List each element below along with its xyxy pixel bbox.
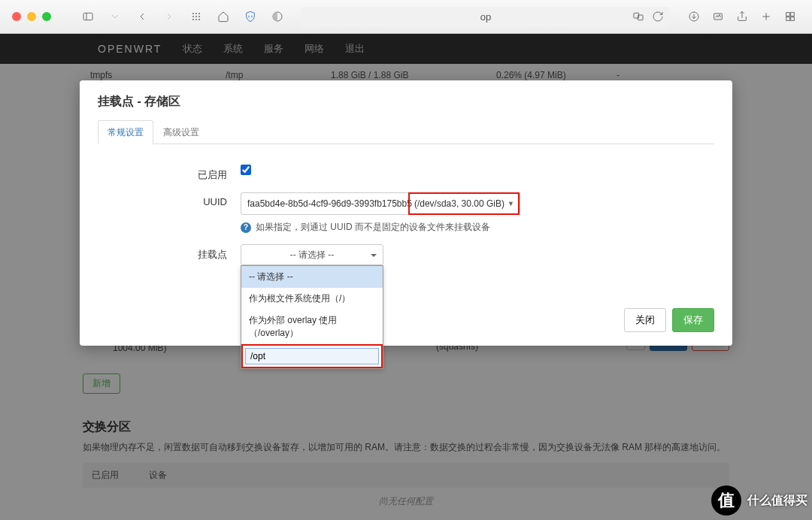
mount-point-select[interactable]: -- 请选择 -- [241,244,383,265]
back-button[interactable] [132,8,152,26]
svg-rect-22 [786,13,790,17]
svg-point-5 [192,16,193,17]
dropdown-option-root[interactable]: 作为根文件系统使用（/） [241,288,383,310]
svg-rect-0 [83,13,92,20]
label-mount: 挂载点 [98,244,241,262]
svg-point-7 [198,16,199,17]
svg-point-2 [192,13,193,14]
tab-advanced[interactable]: 高级设置 [153,120,209,144]
uuid-device-badge: (/dev/sda3, 30.00 GiB)▼ [408,192,520,215]
mount-point-dropdown: -- 请选择 -- 作为根文件系统使用（/） 作为外部 overlay 使用（/… [241,265,383,369]
svg-point-6 [195,16,196,17]
uuid-value: faa5bd4e-8b5d-4cf9-96d9-3993fb175bb5 [241,198,418,209]
svg-point-9 [195,19,196,20]
sidebar-toggle-icon[interactable] [78,8,98,26]
tab-general[interactable]: 常规设置 [98,120,153,144]
svg-rect-25 [791,17,795,21]
dropdown-custom-input-wrap [241,344,383,368]
downloads-icon[interactable] [684,8,704,26]
label-enabled: 已启用 [98,165,241,182]
svg-point-4 [198,13,199,14]
close-window-button[interactable] [12,12,21,21]
label-uuid: UUID [98,192,241,207]
browser-toolbar: op [0,0,812,34]
privacy-icon[interactable] [268,8,287,26]
uuid-hint: 如果指定，则通过 UUID 而不是固定的设备文件来挂载设备 [256,221,490,234]
svg-point-3 [195,13,196,14]
modal-title: 挂载点 - 存储区 [98,94,714,120]
address-bar[interactable]: op [301,7,671,27]
enabled-checkbox[interactable] [241,165,251,175]
annotate-icon[interactable] [708,8,728,26]
svg-rect-24 [786,17,790,21]
home-icon[interactable] [214,8,233,26]
save-button[interactable]: 保存 [672,308,714,332]
forward-button[interactable] [159,8,179,26]
minimize-window-button[interactable] [27,12,36,21]
dropdown-option-placeholder[interactable]: -- 请选择 -- [241,266,383,288]
tabs-icon[interactable] [780,8,800,26]
refresh-icon[interactable] [650,8,666,26]
share-icon[interactable] [732,8,752,26]
traffic-lights [12,12,51,21]
svg-point-10 [198,19,199,20]
address-text: op [480,11,491,23]
dropdown-custom-input[interactable] [245,348,379,364]
watermark-logo: 值 [711,485,741,515]
grid-icon[interactable] [186,8,206,26]
modal-tabs: 常规设置 高级设置 [98,120,714,144]
info-icon: ? [241,222,251,233]
dropdown-option-overlay[interactable]: 作为外部 overlay 使用（/overlay） [241,310,383,344]
svg-rect-23 [791,13,795,17]
chevron-down-icon: ▼ [508,200,514,207]
watermark: 值 什么值得买 [711,485,807,515]
new-tab-icon[interactable] [756,8,776,26]
mount-edit-modal: 挂载点 - 存储区 常规设置 高级设置 已启用 UUID faa5bd4e-8b… [80,80,732,346]
svg-point-8 [192,19,193,20]
translate-icon[interactable] [630,8,647,26]
watermark-text: 什么值得买 [747,493,807,509]
maximize-window-button[interactable] [42,12,51,21]
uuid-select[interactable]: faa5bd4e-8b5d-4cf9-96d9-3993fb175bb5 (/d… [241,192,520,215]
close-button[interactable]: 关闭 [624,308,666,332]
chevron-down-icon[interactable] [105,8,125,26]
shield-icon[interactable] [241,8,260,26]
